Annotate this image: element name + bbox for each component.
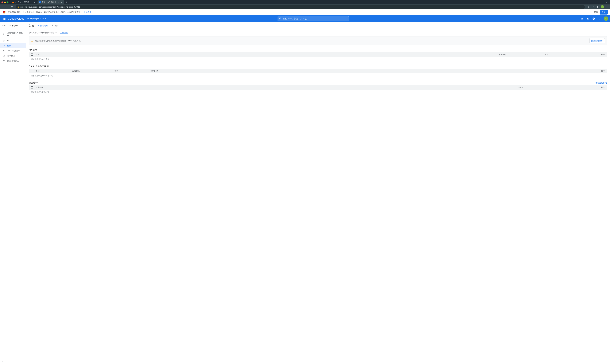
key-icon: ⊶ <box>2 44 5 47</box>
svg-point-2 <box>28 19 28 19</box>
content-header: 凭据 + 创建凭据 删除 <box>26 22 610 29</box>
table-header: 电子邮件 名称 ↑ 操作 <box>29 85 607 90</box>
browser-tab-strip: 🔥 My Project 76715 – 项目设置 – … × API 凭据 –… <box>0 0 610 4</box>
sidebar-title-text: API 和服务 <box>8 24 18 27</box>
sidebar-item-domain-verify[interactable]: ☑ 网域验证 <box>0 53 26 58</box>
section-service-accounts: 服务帐号 管理服务帐号 电子邮件 名称 ↑ 操作 没有要显示的服务帐号 <box>29 81 607 95</box>
nav-reload-button[interactable]: ⟳ <box>10 5 14 9</box>
address-bar[interactable]: 🔒 console.cloud.google.com/apis/credenti… <box>16 5 585 9</box>
svg-rect-5 <box>581 18 583 20</box>
url-text: console.cloud.google.com/apis/credential… <box>20 6 80 8</box>
table-header: 名称 创建日期 ↓ 类型 客户端 ID 操作 <box>29 69 607 73</box>
section-oauth-clients: OAuth 2.0 客户端 ID 名称 创建日期 ↓ 类型 客户端 ID 操作 … <box>29 65 607 78</box>
sidebar-item-label: 库 <box>7 39 9 42</box>
col-type[interactable]: 类型 <box>113 70 149 72</box>
section-title-service: 服务帐号 <box>29 81 38 84</box>
svg-point-3 <box>280 18 281 19</box>
help-icon[interactable]: ? <box>591 16 596 21</box>
col-client-id[interactable]: 客户端 ID <box>149 70 177 72</box>
table-empty-row: 没有要显示的 OAuth 客户端 <box>29 73 607 78</box>
favicon-fire-icon: 🔥 <box>12 1 14 3</box>
activate-button[interactable]: 激活 <box>600 10 608 14</box>
svg-point-0 <box>27 18 28 19</box>
profile-avatar[interactable]: L <box>601 5 604 8</box>
browser-menu-icon[interactable]: ⋮ <box>605 5 609 9</box>
col-actions: 操作 <box>600 53 607 56</box>
project-name: My Project 8071 <box>30 18 44 20</box>
sidebar-item-enabled-apis[interactable]: ✧ 已启用的 API 和服务 <box>0 30 26 38</box>
tab-overflow-icon[interactable]: ⌄ <box>605 1 609 3</box>
sidebar-item-label: 已启用的 API 和服务 <box>7 32 23 37</box>
sidebar-item-label: 页面使用协议 <box>7 59 19 62</box>
page-title: 凭据 <box>29 24 34 27</box>
configure-consent-button[interactable]: 配置同意屏幕 <box>589 38 605 43</box>
nav-back-button[interactable]: ← <box>1 5 5 9</box>
nav-menu-icon[interactable]: ☰ <box>2 16 7 21</box>
svg-line-4 <box>281 19 281 19</box>
panel-icon[interactable]: ◧ <box>596 5 600 9</box>
col-name[interactable]: 名称 <box>34 70 70 72</box>
browser-tab-1[interactable]: API 凭据 – API 和服务 – My Project… × <box>38 0 64 4</box>
sidebar-item-oauth-consent[interactable]: ≣ OAuth 同意屏幕 <box>0 48 26 53</box>
select-all-checkbox[interactable] <box>31 86 33 89</box>
sidebar-item-library[interactable]: ⊞ 库 <box>0 38 26 43</box>
gift-icon: 🎁 <box>2 11 6 14</box>
manage-service-accounts-link[interactable]: 管理服务帐号 <box>596 81 607 84</box>
select-all-checkbox[interactable] <box>31 53 33 56</box>
sidebar-item-credentials[interactable]: ⊶ 凭据 <box>0 43 26 48</box>
select-all-checkbox[interactable] <box>31 70 33 72</box>
tab-close-icon[interactable]: × <box>61 1 63 3</box>
bookmark-icon[interactable]: ☆ <box>591 5 596 9</box>
diamond-icon: ✧ <box>2 33 5 35</box>
new-tab-button[interactable]: + <box>65 0 68 4</box>
col-created-date[interactable]: 创建日期 ↓ <box>70 70 113 72</box>
user-avatar[interactable]: L <box>604 16 608 21</box>
col-email[interactable]: 电子邮件 <box>34 86 516 89</box>
search-input[interactable]: 搜索 产品、资源、文档 (/) <box>278 16 349 21</box>
promo-learn-more-link[interactable]: 了解详情 <box>84 11 91 13</box>
share-icon[interactable]: ⇪ <box>587 5 591 9</box>
chevron-left-icon: ‹I <box>2 360 3 363</box>
notifications-icon[interactable] <box>585 16 590 21</box>
sidebar-title[interactable]: API API 和服务 <box>0 22 26 29</box>
col-name[interactable]: 名称 ↑ <box>516 86 600 89</box>
collapse-sidebar-button[interactable]: ‹I <box>0 359 26 364</box>
create-credential-button[interactable]: + 创建凭据 <box>37 24 48 27</box>
browser-tab-0[interactable]: 🔥 My Project 76715 – 项目设置 – … × <box>11 0 37 4</box>
svg-point-1 <box>28 18 29 19</box>
col-created-date[interactable]: 创建日期 ↓ <box>497 53 543 56</box>
nav-forward-button[interactable]: → <box>6 5 10 9</box>
sort-asc-icon: ↑ <box>522 87 523 88</box>
section-title-api-keys: API 密钥 <box>29 49 37 51</box>
col-actions: 操作 <box>600 70 607 72</box>
col-name[interactable]: 名称 <box>34 53 497 56</box>
messages-icon[interactable] <box>579 16 584 21</box>
tab-title: 凭据 – API 和服务 – My Project… <box>42 1 60 4</box>
more-icon[interactable]: ⋮ <box>597 16 602 21</box>
sidebar-item-page-usage[interactable]: ≔ 页面使用协议 <box>0 58 26 63</box>
dismiss-button[interactable]: 忽略 <box>594 11 598 13</box>
intro-text: 创建凭据，以访问您已启用的 API。 了解详情 <box>29 31 607 34</box>
browser-toolbar: ← → ⟳ 🔒 console.cloud.google.com/apis/cr… <box>0 4 610 9</box>
grid-icon: ⊞ <box>2 39 5 42</box>
project-selector[interactable]: My Project 8071 ▾ <box>26 17 47 20</box>
tab-title: My Project 76715 – 项目设置 – … <box>15 1 33 4</box>
favicon-gcp-icon: API <box>39 1 41 3</box>
svg-text:?: ? <box>593 18 594 20</box>
tab-close-icon[interactable]: × <box>34 1 36 3</box>
verify-icon: ☑ <box>2 54 5 57</box>
sidebar-item-label: OAuth 同意屏幕 <box>7 49 21 52</box>
window-maximize[interactable] <box>7 1 8 3</box>
window-close[interactable] <box>1 1 3 3</box>
section-api-keys: API 密钥 名称 创建日期 ↓ 限制 操作 没有要显示的 API 密钥 <box>29 49 607 62</box>
table-empty-row: 没有要显示的 API 密钥 <box>29 57 607 62</box>
table-empty-row: 没有要显示的服务帐号 <box>29 90 607 95</box>
window-minimize[interactable] <box>4 1 6 3</box>
warning-icon: ▲ <box>31 39 33 42</box>
gcp-logo[interactable]: Google Cloud <box>8 17 25 20</box>
delete-button[interactable]: 删除 <box>52 24 59 27</box>
learn-more-link[interactable]: 了解详情 <box>60 31 68 34</box>
window-controls <box>1 1 8 3</box>
sort-desc-icon: ↓ <box>79 70 80 72</box>
col-restrictions[interactable]: 限制 <box>543 53 600 56</box>
